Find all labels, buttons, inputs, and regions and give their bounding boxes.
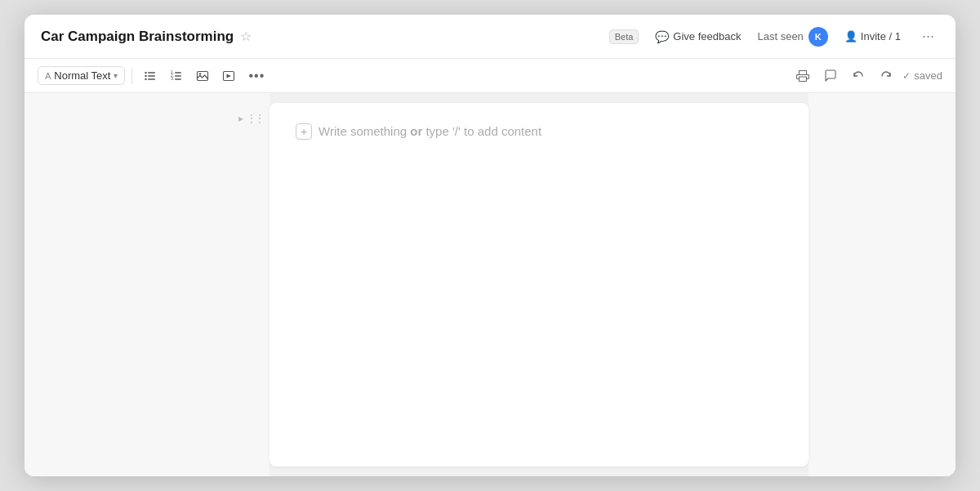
redo-icon (880, 69, 893, 83)
invite-label: Invite / 1 (861, 30, 901, 42)
comment-icon (824, 69, 837, 83)
svg-rect-16 (800, 70, 807, 74)
toolbar-separator (131, 68, 132, 84)
editor-row: + Write something or type '/' to add con… (296, 123, 782, 141)
invite-icon: 👤 (844, 30, 858, 42)
svg-point-13 (199, 73, 201, 74)
text-style-icon: A (45, 71, 51, 81)
drag-handle[interactable]: ⋮⋮ (247, 113, 263, 124)
undo-icon (852, 69, 865, 83)
svg-rect-7 (175, 72, 181, 73)
svg-rect-12 (198, 71, 208, 80)
svg-rect-5 (148, 78, 155, 79)
svg-rect-3 (148, 75, 155, 76)
svg-marker-15 (227, 74, 232, 78)
ordered-list-button[interactable]: 1. 2. 3. (165, 66, 188, 86)
app-window: Car Campaign Brainstorming ☆ Beta 💬 Give… (24, 15, 956, 476)
give-feedback-button[interactable]: 💬 Give feedback (648, 27, 747, 47)
redo-button[interactable] (875, 66, 898, 86)
text-style-dropdown[interactable]: A Normal Text ▾ (38, 66, 125, 85)
give-feedback-label: Give feedback (673, 30, 741, 42)
placeholder-bold: or (410, 124, 422, 138)
placeholder-rest: type '/' to add content (422, 124, 541, 138)
placeholder-text: Write something (318, 124, 410, 138)
saved-check-icon: ✓ (902, 70, 911, 82)
header-right: Beta 💬 Give feedback Last seen K 👤 Invit… (609, 26, 939, 47)
main-content: ▸ ⋮⋮ + Write something or type '/' to ad… (24, 93, 956, 476)
print-icon (796, 69, 809, 83)
avatar: K (808, 27, 828, 47)
invite-button[interactable]: 👤 Invite / 1 (838, 27, 907, 46)
embed-icon (222, 69, 235, 83)
svg-point-2 (145, 74, 147, 76)
comment-button[interactable] (819, 66, 842, 86)
header-left: Car Campaign Brainstorming ☆ (41, 29, 252, 45)
editor-placeholder[interactable]: Write something or type '/' to add conte… (318, 123, 782, 141)
toolbar: A Normal Text ▾ 1. 2. (24, 59, 956, 93)
toolbar-more-button[interactable]: ••• (243, 65, 270, 87)
editor-area[interactable]: + Write something or type '/' to add con… (270, 103, 808, 466)
sidebar-controls: ▸ ⋮⋮ (238, 113, 263, 124)
sidebar-area: ▸ ⋮⋮ (24, 93, 270, 476)
list-unordered-icon (144, 69, 157, 83)
toolbar-left: A Normal Text ▾ 1. 2. (38, 65, 270, 87)
svg-rect-11 (175, 78, 181, 79)
toolbar-right: ✓ saved (791, 66, 942, 86)
undo-button[interactable] (847, 66, 870, 86)
add-block-button[interactable]: + (296, 123, 312, 140)
star-icon[interactable]: ☆ (240, 29, 252, 44)
chevron-down-icon: ▾ (114, 71, 118, 80)
right-area (808, 93, 956, 476)
saved-status: ✓ saved (902, 69, 942, 82)
header: Car Campaign Brainstorming ☆ Beta 💬 Give… (24, 15, 956, 59)
collapse-button[interactable]: ▸ (238, 113, 243, 124)
last-seen-label: Last seen (757, 30, 803, 42)
svg-rect-17 (800, 77, 807, 82)
list-ordered-icon: 1. 2. 3. (170, 69, 183, 83)
feedback-icon: 💬 (655, 30, 669, 43)
svg-rect-1 (148, 72, 155, 73)
image-icon (196, 69, 209, 83)
svg-text:3.: 3. (171, 76, 174, 81)
saved-label: saved (914, 69, 942, 82)
svg-point-4 (145, 78, 147, 79)
unordered-list-button[interactable] (139, 66, 162, 86)
svg-point-0 (145, 71, 147, 73)
last-seen: Last seen K (757, 27, 827, 47)
image-button[interactable] (191, 66, 214, 86)
toolbar-more-icon: ••• (248, 69, 265, 83)
page-title: Car Campaign Brainstorming (41, 29, 234, 45)
svg-rect-9 (175, 75, 181, 76)
beta-badge: Beta (609, 29, 639, 44)
text-style-label: Normal Text (54, 69, 110, 82)
embed-button[interactable] (217, 66, 240, 86)
print-button[interactable] (791, 66, 814, 86)
more-options-button[interactable]: ··· (917, 26, 939, 47)
